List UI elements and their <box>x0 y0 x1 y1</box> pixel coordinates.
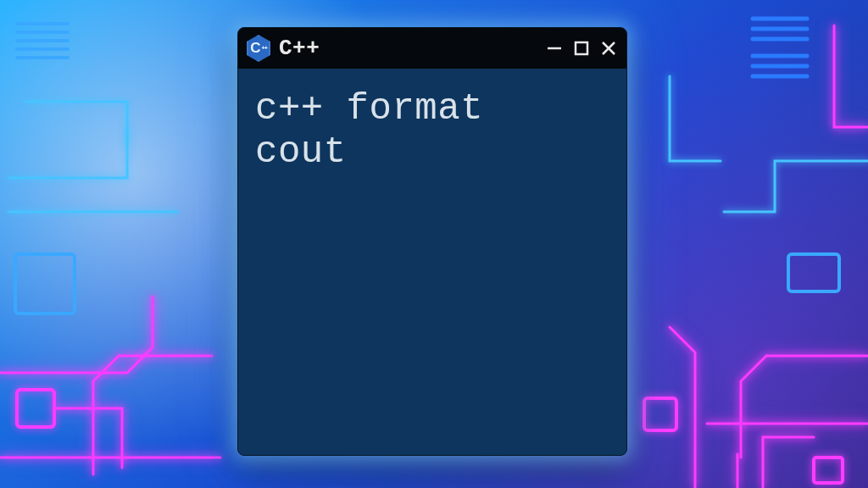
svg-point-13 <box>173 207 183 217</box>
svg-point-14 <box>147 291 159 302</box>
window-title: C++ <box>279 36 320 61</box>
svg-point-25 <box>732 449 743 459</box>
svg-rect-27 <box>576 42 587 54</box>
svg-rect-19 <box>788 254 839 291</box>
terminal-window: C++ C++ c++ format cou <box>237 27 627 456</box>
wallpaper-circuit-background: C++ C++ c++ format cou <box>0 0 868 488</box>
content-line-1: c++ format <box>255 87 483 130</box>
terminal-content: c++ format cout <box>255 87 609 173</box>
svg-point-20 <box>664 321 676 333</box>
svg-point-21 <box>702 419 712 429</box>
svg-point-16 <box>206 350 218 362</box>
svg-point-23 <box>829 122 839 132</box>
svg-rect-11 <box>15 254 75 313</box>
close-button[interactable] <box>599 39 618 58</box>
minimize-button[interactable] <box>545 39 564 58</box>
svg-rect-15 <box>17 390 54 427</box>
svg-point-12 <box>122 122 132 132</box>
terminal-body[interactable]: c++ format cout <box>238 69 626 191</box>
svg-point-18 <box>719 207 729 217</box>
content-line-2: cout <box>255 130 347 173</box>
maximize-button[interactable] <box>572 39 591 58</box>
svg-point-17 <box>164 452 175 463</box>
cpp-logo-icon: C++ <box>247 35 270 62</box>
svg-rect-24 <box>814 458 843 483</box>
titlebar[interactable]: C++ C++ <box>238 28 626 69</box>
svg-rect-22 <box>644 398 676 430</box>
